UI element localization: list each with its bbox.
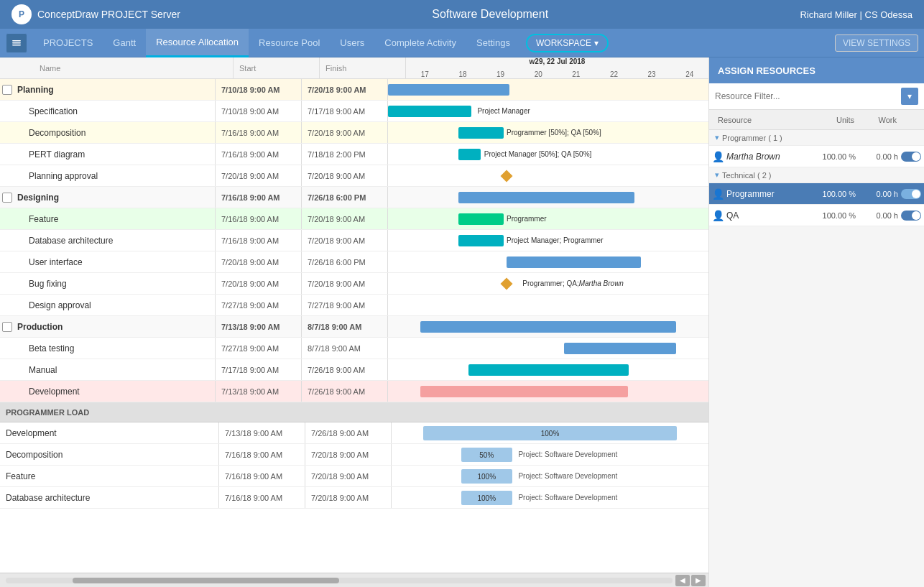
row-task-finish: 7/26/18 9:00 AM (302, 359, 388, 380)
row-task-start: 7/16/18 9:00 AM (216, 230, 302, 251)
row-task-start: 7/16/18 9:00 AM (216, 144, 302, 165)
row-task-start: 7/27/18 9:00 AM (216, 338, 302, 359)
row-task-finish: 7/26/18 6:00 PM (302, 187, 388, 208)
load-task-start: 7/13/18 9:00 AM (219, 422, 305, 443)
tab-gantt[interactable]: Gantt (103, 29, 146, 57)
row-task-name: Planning (14, 79, 216, 100)
resource-toggle[interactable] (901, 152, 921, 162)
row-task-finish: 7/17/18 9:00 AM (302, 101, 388, 121)
row-checkbox[interactable] (0, 322, 14, 332)
table-row: Specification 7/10/18 9:00 AM 7/17/18 9:… (0, 101, 708, 122)
row-chart-area (388, 381, 708, 402)
row-task-name: User interface (14, 251, 216, 272)
tab-projects[interactable]: PROJECTS (33, 29, 103, 57)
resource-item: 👤 Martha Brown 100.00 % 0.00 h (709, 146, 924, 167)
list-item: Feature 7/16/18 9:00 AM 7/20/18 9:00 AM … (0, 466, 708, 487)
programmer-load-header: PROGRAMMER LOAD (0, 402, 708, 422)
load-chart-area: 100% Project: Software Development (392, 487, 708, 508)
table-row: Planning 7/10/18 9:00 AM 7/20/18 9:00 AM (0, 79, 708, 101)
row-task-start: 7/20/18 9:00 AM (216, 165, 302, 186)
row-task-name: Bug fixing (14, 273, 216, 294)
row-task-finish: 7/20/18 9:00 AM (302, 165, 388, 186)
table-row: Decomposition 7/16/18 9:00 AM 7/20/18 9:… (0, 122, 708, 144)
scroll-left-button[interactable]: ◀ (675, 575, 690, 586)
row-task-start: 7/20/18 9:00 AM (216, 251, 302, 272)
navbar: PROJECTS Gantt Resource Allocation Resou… (0, 29, 924, 57)
workspace-button[interactable]: WORKSPACE ▾ (526, 34, 609, 52)
table-header: Name Start Finish w29, 22 Jul 2018 17 18… (0, 57, 708, 79)
row-task-finish: 7/20/18 9:00 AM (302, 230, 388, 251)
filter-dropdown-button[interactable]: ▾ (901, 88, 918, 105)
view-settings-button[interactable]: VIEW SETTINGS (835, 34, 918, 52)
table-row: Planning approval 7/20/18 9:00 AM 7/20/1… (0, 165, 708, 187)
main-content: Name Start Finish w29, 22 Jul 2018 17 18… (0, 57, 924, 587)
table-row: Beta testing 7/27/18 9:00 AM 8/7/18 9:00… (0, 338, 708, 359)
chart-header-area: w29, 22 Jul 2018 17 18 19 20 21 22 23 24 (406, 57, 708, 78)
table-row: Development 7/13/18 9:00 AM 7/26/18 9:00… (0, 381, 708, 402)
load-task-start: 7/16/18 9:00 AM (219, 466, 305, 486)
resource-filter-input[interactable] (715, 91, 901, 101)
assign-resources-title: ASSIGN RESOURCES (709, 57, 924, 83)
tab-users[interactable]: Users (330, 29, 374, 57)
table-row: PERT diagram 7/16/18 9:00 AM 7/18/18 2:0… (0, 144, 708, 165)
table-row: Database architecture 7/16/18 9:00 AM 7/… (0, 230, 708, 251)
app-name: ConceptDraw PROJECT Server (37, 9, 180, 20)
tab-resource-allocation[interactable]: Resource Allocation (146, 29, 249, 57)
resource-name: Martha Brown (724, 152, 811, 162)
user-info: Richard Miller | CS Odessa (800, 9, 913, 20)
list-item: Decomposition 7/16/18 9:00 AM 7/20/18 9:… (0, 444, 708, 466)
home-button[interactable] (6, 33, 27, 53)
person-icon: 👤 (712, 188, 724, 200)
resource-toggle[interactable] (901, 189, 921, 199)
scrollbar[interactable]: ◀ ▶ (0, 573, 708, 587)
row-chart-area: Project Manager (388, 101, 708, 121)
col-work-header: Work (860, 116, 900, 124)
resource-item: 👤 Programmer 100.00 % 0.00 h (709, 183, 924, 205)
person-icon: 👤 (712, 151, 724, 162)
svg-rect-2 (12, 45, 21, 46)
row-task-name: Specification (14, 101, 216, 121)
row-task-finish: 7/20/18 9:00 AM (302, 208, 388, 229)
resource-units: 100.00 % (811, 152, 861, 161)
col-header-start: Start (234, 57, 320, 78)
load-task-finish: 7/20/18 9:00 AM (305, 444, 392, 465)
row-task-start: 7/20/18 9:00 AM (216, 273, 302, 294)
list-item: Development 7/13/18 9:00 AM 7/26/18 9:00… (0, 422, 708, 444)
row-chart-area (388, 316, 708, 337)
row-checkbox[interactable] (0, 193, 14, 203)
row-chart-area (388, 295, 708, 315)
resource-name: Programmer (724, 189, 811, 199)
row-task-finish: 7/20/18 9:00 AM (302, 273, 388, 294)
row-chart-area: Programmer [50%]; QA [50%] (388, 122, 708, 143)
load-chart-area: 100% (392, 422, 708, 443)
resource-name: QA (724, 211, 811, 221)
assign-resources-panel: ASSIGN RESOURCES ▾ Resource Units Work ▾… (708, 57, 924, 587)
load-task-name: Feature (0, 466, 219, 486)
table-row: Manual 7/17/18 9:00 AM 7/26/18 9:00 AM (0, 359, 708, 381)
row-task-start: 7/10/18 9:00 AM (216, 79, 302, 100)
load-task-name: Decomposition (0, 444, 219, 465)
app-header: P ConceptDraw PROJECT Server Software De… (0, 0, 924, 29)
row-task-finish: 7/26/18 9:00 AM (302, 381, 388, 402)
row-task-finish: 7/20/18 9:00 AM (302, 122, 388, 143)
row-checkbox[interactable] (0, 85, 14, 95)
scroll-right-button[interactable]: ▶ (691, 575, 706, 586)
tab-resource-pool[interactable]: Resource Pool (249, 29, 330, 57)
row-task-name: Development (14, 381, 216, 402)
row-task-finish: 8/7/18 9:00 AM (302, 338, 388, 359)
resource-toggle[interactable] (901, 211, 921, 221)
row-task-name: Planning approval (14, 165, 216, 186)
load-task-name: Development (0, 422, 219, 443)
table-row: Bug fixing 7/20/18 9:00 AM 7/20/18 9:00 … (0, 273, 708, 295)
resource-units: 100.00 % (811, 211, 861, 220)
col-header-finish: Finish (320, 57, 406, 78)
load-task-finish: 7/20/18 9:00 AM (305, 487, 392, 508)
row-task-name: Database architecture (14, 230, 216, 251)
row-task-start: 7/27/18 9:00 AM (216, 295, 302, 315)
row-chart-area (388, 165, 708, 186)
col-header-name: Name (14, 57, 234, 78)
project-title: Software Development (432, 8, 548, 21)
resource-group-programmer: ▾ Programmer ( 1 ) (709, 130, 924, 146)
tab-complete-activity[interactable]: Complete Activity (374, 29, 466, 57)
tab-settings[interactable]: Settings (466, 29, 520, 57)
